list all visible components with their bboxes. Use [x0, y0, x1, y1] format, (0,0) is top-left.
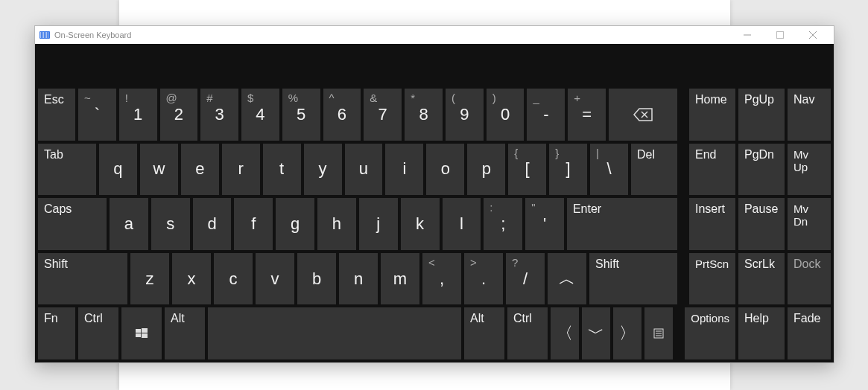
- key-end[interactable]: End: [689, 144, 735, 196]
- key-period[interactable]: >.: [464, 253, 503, 305]
- key-options[interactable]: Options: [685, 307, 735, 359]
- key-n[interactable]: n: [339, 253, 378, 305]
- key-3[interactable]: #3: [200, 89, 238, 141]
- key-x[interactable]: x: [172, 253, 211, 305]
- key-fn[interactable]: Fn: [38, 307, 75, 359]
- key-k[interactable]: k: [401, 198, 440, 250]
- svg-rect-1: [777, 32, 784, 39]
- key-j[interactable]: j: [359, 198, 398, 250]
- key-alt-right[interactable]: Alt: [464, 307, 504, 359]
- keyboard: Esc ~` !1 @2 #3 $4 %5 ^6 &7 *8 (9 )0 _- …: [35, 86, 834, 362]
- key-e[interactable]: e: [181, 144, 219, 196]
- key-help[interactable]: Help: [738, 307, 785, 359]
- key-bracket-close[interactable]: }]: [549, 144, 587, 196]
- key-shift-left[interactable]: Shift: [38, 253, 127, 305]
- key-z[interactable]: z: [130, 253, 169, 305]
- key-fade[interactable]: Fade: [788, 307, 831, 359]
- key-i[interactable]: i: [385, 144, 423, 196]
- prediction-bar: [35, 44, 834, 86]
- key-arrow-left[interactable]: 〈: [551, 307, 579, 359]
- row-5: Fn Ctrl Alt Alt Ctrl 〈 ﹀ 〉: [38, 307, 831, 359]
- key-y[interactable]: y: [304, 144, 342, 196]
- key-g[interactable]: g: [276, 198, 314, 250]
- key-bracket-open[interactable]: {[: [508, 144, 546, 196]
- key-windows[interactable]: [121, 307, 162, 359]
- key-menu[interactable]: [644, 307, 673, 359]
- key-2[interactable]: @2: [160, 89, 198, 141]
- key-dock[interactable]: Dock: [788, 253, 831, 305]
- key-v[interactable]: v: [256, 253, 294, 305]
- chevron-up-icon: ︿: [559, 271, 575, 287]
- menu-icon: [653, 328, 664, 339]
- key-c[interactable]: c: [214, 253, 253, 305]
- key-backslash[interactable]: |\: [590, 144, 628, 196]
- key-o[interactable]: o: [426, 144, 464, 196]
- key-p[interactable]: p: [467, 144, 505, 196]
- key-minus[interactable]: _-: [527, 89, 565, 141]
- osk-body: Esc ~` !1 @2 #3 $4 %5 ^6 &7 *8 (9 )0 _- …: [35, 44, 834, 362]
- titlebar[interactable]: On-Screen Keyboard: [35, 26, 834, 44]
- key-scrlk[interactable]: ScrLk: [738, 253, 785, 305]
- key-prtscn[interactable]: PrtScn: [689, 253, 735, 305]
- key-mvdn[interactable]: Mv Dn: [788, 198, 831, 250]
- svg-rect-7: [142, 328, 148, 333]
- key-caps[interactable]: Caps: [38, 198, 107, 250]
- chevron-left-icon: 〈: [557, 325, 573, 342]
- key-comma[interactable]: <,: [422, 253, 461, 305]
- key-1[interactable]: !1: [119, 89, 157, 141]
- key-h[interactable]: h: [317, 198, 356, 250]
- key-shift-right[interactable]: Shift: [589, 253, 677, 305]
- key-home[interactable]: Home: [689, 89, 735, 141]
- key-0[interactable]: )0: [487, 89, 525, 141]
- key-7[interactable]: &7: [364, 89, 402, 141]
- key-enter[interactable]: Enter: [567, 198, 677, 250]
- key-arrow-right[interactable]: 〉: [613, 307, 642, 359]
- row-1: Esc ~` !1 @2 #3 $4 %5 ^6 &7 *8 (9 )0 _- …: [38, 89, 831, 141]
- key-m[interactable]: m: [381, 253, 419, 305]
- key-b[interactable]: b: [297, 253, 336, 305]
- key-w[interactable]: w: [140, 144, 178, 196]
- key-backtick[interactable]: ~`: [78, 89, 116, 141]
- key-mvup[interactable]: Mv Up: [788, 144, 831, 196]
- key-l[interactable]: l: [443, 198, 481, 250]
- close-button[interactable]: [796, 26, 829, 44]
- key-4[interactable]: $4: [241, 89, 279, 141]
- key-8[interactable]: *8: [405, 89, 443, 141]
- key-a[interactable]: a: [110, 198, 148, 250]
- key-pause[interactable]: Pause: [738, 198, 785, 250]
- row-2: Tab q w e r t y u i o p {[ }] |\ Del End…: [38, 144, 831, 196]
- key-nav[interactable]: Nav: [788, 89, 831, 141]
- windows-icon: [136, 327, 148, 339]
- key-9[interactable]: (9: [446, 89, 484, 141]
- app-icon: [39, 31, 50, 39]
- backspace-icon: [633, 108, 653, 121]
- key-pgdn[interactable]: PgDn: [738, 144, 785, 196]
- key-pgup[interactable]: PgUp: [738, 89, 785, 141]
- key-space[interactable]: [208, 307, 461, 359]
- key-6[interactable]: ^6: [323, 89, 361, 141]
- key-q[interactable]: q: [99, 144, 137, 196]
- key-tab[interactable]: Tab: [38, 144, 96, 196]
- key-t[interactable]: t: [263, 144, 301, 196]
- key-insert[interactable]: Insert: [689, 198, 735, 250]
- key-esc[interactable]: Esc: [38, 89, 75, 141]
- key-d[interactable]: d: [193, 198, 232, 250]
- key-semicolon[interactable]: :;: [484, 198, 522, 250]
- key-del[interactable]: Del: [631, 144, 677, 196]
- key-equals[interactable]: +=: [568, 89, 606, 141]
- key-slash[interactable]: ?/: [506, 253, 545, 305]
- key-f[interactable]: f: [234, 198, 273, 250]
- key-arrow-down[interactable]: ﹀: [582, 307, 610, 359]
- key-backspace[interactable]: [609, 89, 677, 141]
- key-quote[interactable]: "': [525, 198, 564, 250]
- key-5[interactable]: %5: [282, 89, 320, 141]
- key-s[interactable]: s: [151, 198, 190, 250]
- key-ctrl-left[interactable]: Ctrl: [78, 307, 118, 359]
- minimize-button[interactable]: [731, 26, 764, 44]
- key-arrow-up[interactable]: ︿: [548, 253, 586, 305]
- key-alt-left[interactable]: Alt: [165, 307, 205, 359]
- key-u[interactable]: u: [345, 144, 383, 196]
- maximize-button[interactable]: [764, 26, 796, 44]
- key-ctrl-right[interactable]: Ctrl: [507, 307, 548, 359]
- key-r[interactable]: r: [222, 144, 260, 196]
